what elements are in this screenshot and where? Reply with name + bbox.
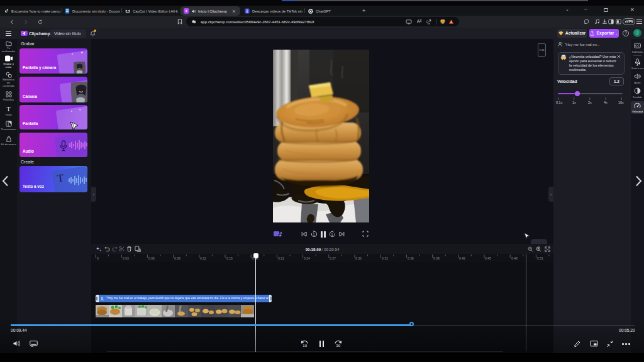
svg-text:1: 1 (313, 233, 315, 236)
svg-text:0:12: 0:12 (200, 256, 206, 260)
svg-text:0:03: 0:03 (123, 256, 129, 260)
svg-text:0:09: 0:09 (174, 256, 180, 260)
svg-text:0:48: 0:48 (511, 256, 518, 260)
svg-text:0: 0 (97, 256, 99, 260)
svg-text:0:33: 0:33 (382, 256, 388, 260)
svg-text:0:36: 0:36 (408, 256, 414, 260)
svg-text:0:45: 0:45 (485, 256, 491, 260)
svg-text:0:39: 0:39 (433, 256, 440, 260)
svg-text:0:42: 0:42 (459, 256, 465, 260)
svg-text:0:27: 0:27 (330, 256, 336, 260)
svg-text:0:06: 0:06 (148, 256, 155, 260)
svg-text:0:30: 0:30 (355, 256, 362, 260)
svg-text:0:51: 0:51 (537, 256, 543, 260)
svg-text:0:15: 0:15 (226, 256, 233, 260)
svg-text:0:21: 0:21 (278, 256, 284, 260)
svg-text:0:24: 0:24 (304, 256, 310, 260)
svg-text:1: 1 (331, 233, 333, 236)
svg-text:10: 10 (303, 344, 307, 348)
svg-text:30: 30 (336, 344, 340, 348)
